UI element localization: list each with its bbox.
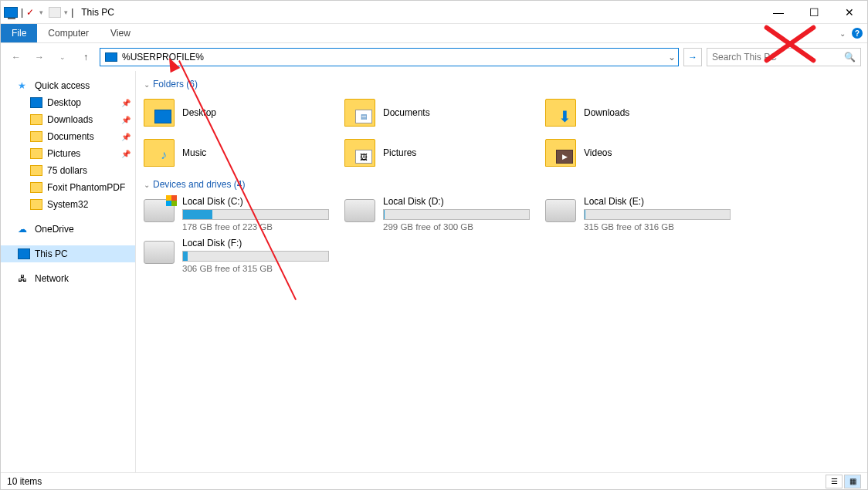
folder-icon: [30, 114, 42, 125]
pin-icon: 📌: [121, 133, 131, 141]
pin-icon: 📌: [121, 150, 131, 158]
group-label: Devices and drives (4): [153, 179, 245, 190]
qat-dropdown-icon[interactable]: ▾: [37, 8, 46, 16]
search-icon[interactable]: 🔍: [844, 52, 856, 63]
address-dropdown-icon[interactable]: ⌄: [664, 52, 678, 63]
quick-access-toolbar: | ✓ ▾ ▾ |: [1, 7, 76, 18]
navigation-pane: ★ Quick access Desktop 📌 Downloads 📌 Doc…: [1, 71, 136, 472]
folder-tile[interactable]: Music: [144, 136, 344, 170]
cloud-icon: ☁: [18, 224, 30, 235]
folder-icon: 🖼: [344, 139, 375, 167]
folder-tile[interactable]: ▤ Documents: [344, 96, 545, 130]
tab-computer[interactable]: Computer: [37, 24, 100, 42]
sidebar-item-label: System32: [47, 199, 88, 210]
pc-icon: [18, 248, 30, 259]
sidebar-item-label: Documents: [47, 131, 94, 142]
sidebar-quick-access[interactable]: ★ Quick access: [1, 77, 135, 94]
sidebar-item[interactable]: 75 dollars: [1, 162, 135, 179]
qat-new-folder-icon[interactable]: [49, 7, 61, 18]
drive-tile[interactable]: Local Disk (D:) 299 GB free of 300 GB: [344, 196, 545, 231]
drive-label: Local Disk (D:): [383, 196, 545, 207]
folder-tile[interactable]: 🖼 Pictures: [344, 136, 545, 170]
drive-tile[interactable]: Local Disk (C:) 178 GB free of 223 GB: [144, 196, 344, 231]
sidebar-onedrive[interactable]: ☁ OneDrive: [1, 221, 135, 238]
folder-icon: ▶: [545, 139, 576, 167]
minimize-button[interactable]: —: [761, 1, 796, 24]
address-input[interactable]: [122, 49, 664, 66]
content-pane: ⌄ Folders (6) Desktop▤ Documents⬇ Downlo…: [136, 71, 867, 472]
drive-label: Local Disk (F:): [182, 238, 344, 248]
group-label: Folders (6): [153, 79, 198, 90]
drive-free-text: 299 GB free of 300 GB: [383, 222, 545, 231]
sidebar-item-label: Pictures: [47, 148, 80, 159]
drive-free-text: 315 GB free of 316 GB: [584, 222, 746, 231]
sidebar-this-pc[interactable]: This PC: [1, 245, 135, 262]
folder-icon: [30, 165, 42, 176]
window-title: This PC: [76, 7, 114, 18]
sidebar-label: OneDrive: [35, 224, 74, 235]
qat-dropdown2-icon[interactable]: ▾: [64, 8, 68, 16]
address-icon: [105, 52, 117, 62]
chevron-down-icon: ⌄: [144, 80, 150, 89]
folders-group-header[interactable]: ⌄ Folders (6): [144, 79, 860, 90]
drive-capacity-bar: [182, 251, 329, 262]
close-button[interactable]: ✕: [832, 1, 867, 24]
drive-icon: [545, 199, 576, 222]
drive-capacity-bar: [584, 209, 731, 220]
drive-free-text: 306 GB free of 315 GB: [182, 264, 344, 273]
address-bar[interactable]: ⌄: [100, 48, 679, 66]
file-tab[interactable]: File: [1, 24, 37, 42]
sidebar-item-label: Desktop: [47, 97, 81, 108]
recent-dropdown-icon[interactable]: ⌄: [53, 48, 72, 66]
folder-tile[interactable]: ▶ Videos: [545, 136, 746, 170]
drive-icon: [144, 241, 175, 264]
sidebar-item[interactable]: Documents 📌: [1, 128, 135, 145]
folder-icon: [144, 99, 175, 127]
sidebar-label: This PC: [35, 248, 68, 259]
details-view-button[interactable]: ☰: [826, 475, 843, 488]
drive-tile[interactable]: Local Disk (E:) 315 GB free of 316 GB: [545, 196, 746, 231]
item-count: 10 items: [7, 476, 42, 487]
status-bar: 10 items ☰ ▦: [1, 472, 867, 489]
folder-label: Downloads: [584, 107, 629, 118]
up-button[interactable]: ↑: [76, 48, 95, 66]
star-icon: ★: [18, 80, 30, 91]
network-icon: 🖧: [18, 273, 30, 284]
maximize-button[interactable]: ☐: [796, 1, 832, 24]
sidebar-item[interactable]: Foxit PhantomPDF: [1, 179, 135, 196]
folder-icon: ⬇: [545, 99, 576, 127]
tab-view[interactable]: View: [100, 24, 141, 42]
search-box[interactable]: 🔍: [707, 48, 861, 66]
go-button[interactable]: →: [683, 48, 702, 66]
title-bar: | ✓ ▾ ▾ | This PC — ☐ ✕: [1, 1, 867, 24]
ribbon-expand-icon[interactable]: ⌄: [839, 29, 846, 38]
ribbon-tabs: File Computer View ⌄ ?: [1, 24, 867, 43]
tiles-view-button[interactable]: ▦: [844, 475, 861, 488]
folder-tile[interactable]: Desktop: [144, 96, 344, 130]
drive-tile[interactable]: Local Disk (F:) 306 GB free of 315 GB: [144, 238, 344, 273]
search-input[interactable]: [712, 52, 844, 63]
folder-label: Music: [182, 147, 206, 158]
sidebar-item-label: Foxit PhantomPDF: [47, 182, 125, 193]
sidebar-network[interactable]: 🖧 Network: [1, 270, 135, 287]
drive-label: Local Disk (C:): [182, 196, 344, 207]
sidebar-item[interactable]: System32: [1, 196, 135, 213]
folder-icon: [144, 139, 175, 167]
drive-icon: [344, 199, 375, 222]
qat-checkmark-icon[interactable]: ✓: [26, 7, 34, 18]
qat-separator2: |: [71, 7, 73, 18]
desktop-icon: [30, 97, 42, 108]
drive-capacity-bar: [383, 209, 530, 220]
folder-icon: [30, 182, 42, 193]
sidebar-item[interactable]: Desktop 📌: [1, 94, 135, 111]
drives-group-header[interactable]: ⌄ Devices and drives (4): [144, 179, 860, 190]
forward-button[interactable]: →: [30, 48, 49, 66]
folder-icon: [30, 148, 42, 159]
sidebar-item[interactable]: Downloads 📌: [1, 111, 135, 128]
sidebar-item[interactable]: Pictures 📌: [1, 145, 135, 162]
folder-tile[interactable]: ⬇ Downloads: [545, 96, 746, 130]
chevron-down-icon: ⌄: [144, 181, 150, 189]
back-button[interactable]: ←: [7, 48, 25, 66]
help-icon[interactable]: ?: [852, 28, 863, 39]
sidebar-label: Quick access: [35, 80, 90, 91]
